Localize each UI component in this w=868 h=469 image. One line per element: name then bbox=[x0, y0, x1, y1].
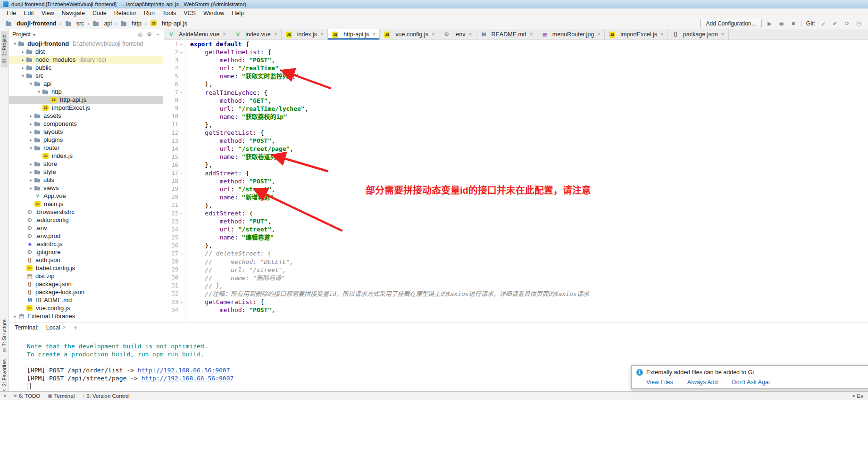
code-line[interactable]: name: "获取实时监控列表" bbox=[190, 72, 868, 80]
tree-item[interactable]: ⚙.browserslistrc bbox=[9, 208, 163, 216]
fold-icon[interactable]: − bbox=[179, 131, 184, 135]
menu-run[interactable]: Run bbox=[140, 9, 159, 17]
line-number[interactable]: 19 bbox=[164, 185, 185, 193]
tree-item[interactable]: VApp.vue bbox=[9, 192, 163, 200]
tree-item[interactable]: JShttp-api.js bbox=[9, 96, 163, 104]
project-view-dropdown[interactable]: Project bbox=[12, 31, 31, 38]
tree-item[interactable]: MREADME.md bbox=[9, 296, 163, 304]
toolwindow-button[interactable]: ⊞7: Structure bbox=[1, 316, 8, 355]
code-editor[interactable]: 1−2−34567−89101112−1314151617−1819202122… bbox=[164, 40, 868, 322]
close-icon[interactable]: × bbox=[468, 31, 472, 38]
tree-item[interactable]: ◆.eslintrc.js bbox=[9, 240, 163, 248]
line-number[interactable]: 7− bbox=[164, 89, 185, 97]
tree-item[interactable]: ▸store bbox=[9, 160, 163, 168]
tab-README.md[interactable]: MREADME.md× bbox=[476, 29, 537, 40]
chevron-closed-icon[interactable]: ▸ bbox=[28, 114, 34, 118]
chevron-closed-icon[interactable]: ▸ bbox=[28, 186, 34, 190]
code-line[interactable]: name: "获取巷道列表" bbox=[190, 153, 868, 161]
line-number[interactable]: 4 bbox=[164, 64, 185, 72]
terminal-tab-local[interactable]: Local × bbox=[44, 323, 68, 332]
chevron-open-icon[interactable]: ▾ bbox=[36, 90, 42, 94]
code-line[interactable]: url: "/realTime", bbox=[190, 64, 868, 72]
code-line[interactable]: method: "POST", bbox=[190, 306, 868, 314]
tree-item[interactable]: JSmain.js bbox=[9, 200, 163, 208]
code-line[interactable]: getCameraList: { bbox=[190, 298, 868, 306]
line-number[interactable]: 9 bbox=[164, 105, 185, 113]
line-number[interactable]: 33− bbox=[164, 298, 185, 306]
line-number[interactable]: 34 bbox=[164, 306, 185, 314]
menu-code[interactable]: Code bbox=[89, 9, 110, 17]
tree-item[interactable]: JSbabel.config.js bbox=[9, 264, 163, 272]
chevron-closed-icon[interactable]: ▸ bbox=[28, 122, 34, 126]
tree-item[interactable]: ▾src bbox=[9, 72, 163, 80]
chevron-closed-icon[interactable]: ▸ bbox=[28, 162, 34, 166]
line-number[interactable]: 21 bbox=[164, 201, 185, 209]
breadcrumb-item[interactable]: JShttp-api.js bbox=[149, 20, 189, 27]
line-number[interactable]: 12− bbox=[164, 129, 185, 137]
line-number[interactable]: 10 bbox=[164, 113, 185, 121]
breadcrumb-item[interactable]: src bbox=[64, 20, 86, 27]
tree-item[interactable]: {}auth.json bbox=[9, 256, 163, 264]
code-line[interactable]: url: "/street", bbox=[190, 225, 868, 233]
tab-menuRouter.jpg[interactable]: ▦menuRouter.jpg× bbox=[537, 29, 605, 40]
close-icon[interactable]: × bbox=[721, 31, 725, 38]
run-icon[interactable]: ▶ bbox=[766, 20, 774, 27]
chevron-open-icon[interactable]: ▾ bbox=[28, 82, 34, 86]
tree-item[interactable]: ▸assets bbox=[9, 112, 163, 120]
notification-link[interactable]: Don't Ask Agai bbox=[732, 379, 769, 386]
menu-view[interactable]: View bbox=[38, 9, 58, 17]
tab-index.js[interactable]: JSindex.js× bbox=[282, 29, 328, 40]
clock-icon[interactable]: ◷ bbox=[855, 20, 862, 27]
tree-item[interactable]: ⚙.env bbox=[9, 224, 163, 232]
tree-item[interactable]: ▸layouts bbox=[9, 128, 163, 136]
code-line[interactable]: // name: "删除巷道" bbox=[190, 274, 868, 282]
line-number[interactable]: 27− bbox=[164, 249, 185, 257]
close-icon[interactable]: × bbox=[660, 31, 664, 38]
tree-item[interactable]: {}package-lock.json bbox=[9, 288, 163, 296]
tree-item[interactable]: JSvue.config.js bbox=[9, 304, 163, 312]
code-line[interactable]: url: "/street/page", bbox=[190, 145, 868, 153]
chevron-closed-icon[interactable]: ▸ bbox=[20, 66, 26, 70]
fold-icon[interactable]: − bbox=[179, 211, 184, 216]
line-number[interactable]: 5 bbox=[164, 72, 185, 80]
line-number[interactable]: 32 bbox=[164, 290, 185, 298]
code-line[interactable]: // deleteStreet: { bbox=[190, 249, 868, 257]
tab-vue.config.js[interactable]: JSvue.config.js× bbox=[380, 29, 439, 40]
close-icon[interactable]: × bbox=[597, 31, 601, 38]
close-icon[interactable]: × bbox=[530, 31, 533, 38]
breadcrumb-item[interactable]: duoji-frontend bbox=[4, 20, 58, 27]
tree-item[interactable]: JSimportExcel.js bbox=[9, 104, 163, 112]
fold-icon[interactable]: − bbox=[179, 251, 184, 256]
hide-panel-icon[interactable]: − bbox=[156, 31, 159, 38]
menu-tools[interactable]: Tools bbox=[159, 9, 180, 17]
tree-item[interactable]: ▾router bbox=[9, 144, 163, 152]
line-number[interactable]: 11 bbox=[164, 121, 185, 129]
terminal-link[interactable]: http://192.168.66.56:9007 bbox=[138, 367, 230, 374]
tree-item[interactable]: ⚙.editorconfig bbox=[9, 216, 163, 224]
tree-item[interactable]: ⚙.gitignore bbox=[9, 248, 163, 256]
code-line[interactable]: name: "获取荔枝的ip" bbox=[190, 113, 868, 121]
breadcrumb-item[interactable]: api bbox=[91, 20, 113, 27]
tab-AsideMenu.vue[interactable]: VAsideMenu.vue× bbox=[164, 29, 230, 40]
fold-icon[interactable]: − bbox=[179, 50, 184, 55]
code-line[interactable]: getRealTimeList: { bbox=[190, 48, 868, 56]
line-number[interactable]: 6 bbox=[164, 80, 185, 88]
line-number[interactable]: 29 bbox=[164, 266, 185, 274]
line-number[interactable]: 14 bbox=[164, 145, 185, 153]
tab-index.vue[interactable]: Vindex.vue× bbox=[230, 29, 282, 40]
chevron-open-icon[interactable]: ▾ bbox=[28, 146, 34, 150]
line-number[interactable]: 8 bbox=[164, 97, 185, 105]
code-line[interactable]: addStreet: { bbox=[190, 169, 868, 177]
terminal-link[interactable]: http://192.168.66.56:9007 bbox=[142, 375, 234, 382]
code-line[interactable]: export default { bbox=[190, 40, 868, 48]
code-line[interactable]: }, bbox=[190, 121, 868, 129]
line-number[interactable]: 13 bbox=[164, 137, 185, 145]
code-line[interactable]: url: "/realTime/lychee", bbox=[190, 105, 868, 113]
status-item[interactable]: ↕9: Version Control bbox=[82, 393, 129, 399]
tree-item[interactable]: ▤dist.zip bbox=[9, 272, 163, 280]
code-line[interactable]: // }, bbox=[190, 282, 868, 290]
code-line[interactable]: method: "POST", bbox=[190, 137, 868, 145]
chevron-open-icon[interactable]: ▾ bbox=[12, 41, 18, 46]
code-line[interactable]: // url: "/street", bbox=[190, 266, 868, 274]
debug-icon[interactable]: ◉ bbox=[778, 20, 785, 27]
